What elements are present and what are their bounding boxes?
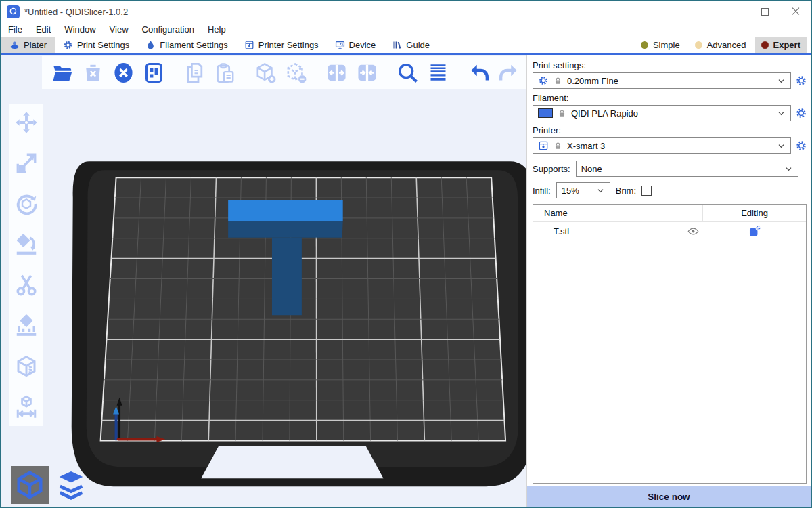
infill-value: 15%: [562, 186, 579, 196]
print-settings-label: Print settings:: [533, 60, 808, 70]
device-icon: [335, 40, 345, 50]
close-icon: [792, 7, 800, 16]
filament-gear-button[interactable]: [794, 106, 808, 120]
supports-label: Supports:: [533, 164, 570, 174]
search-icon[interactable]: [395, 60, 420, 85]
filament-icon: [145, 40, 156, 50]
preview-view-button[interactable]: [52, 466, 90, 504]
model-t-stem-front-face: [272, 238, 302, 315]
delete-icon[interactable]: [81, 60, 105, 85]
chevron-down-icon: [777, 109, 786, 118]
tab-bar: Plater Print Settings Filament Settings …: [1, 37, 811, 55]
maximize-button[interactable]: [750, 1, 780, 22]
maximize-icon: [761, 8, 769, 16]
menu-edit[interactable]: Edit: [36, 24, 51, 35]
delete-all-icon[interactable]: [111, 60, 135, 85]
slice-now-button[interactable]: Slice now: [527, 486, 811, 507]
printer-combo[interactable]: X-smart 3: [533, 137, 791, 154]
tab-printer-settings[interactable]: Printer Settings: [236, 37, 327, 53]
variable-layer-height-icon[interactable]: [426, 60, 450, 85]
object-list-header: Name Editing: [533, 205, 806, 222]
filament-label: Filament:: [533, 93, 808, 103]
object-row-tstl[interactable]: T.stl: [533, 222, 806, 240]
left-toolbar: [9, 104, 43, 426]
paint-supports-icon[interactable]: [14, 314, 39, 338]
supports-select[interactable]: None: [576, 161, 798, 177]
copy-icon[interactable]: [182, 60, 206, 85]
expert-dot-icon: [761, 41, 769, 49]
infill-label: Infill:: [533, 186, 551, 196]
brim-checkbox[interactable]: [641, 186, 652, 196]
tab-filament-settings[interactable]: Filament Settings: [137, 37, 235, 53]
chevron-down-icon: [777, 142, 786, 150]
edit-object-icon[interactable]: [748, 225, 761, 238]
lock-icon: [554, 77, 562, 85]
tab-guide[interactable]: Guide: [384, 37, 438, 53]
menu-window[interactable]: Window: [64, 24, 95, 35]
model-t-top-face: [228, 200, 343, 221]
gear-icon: [538, 75, 549, 86]
mode-expert[interactable]: Expert: [755, 37, 807, 53]
print-settings-gear-button[interactable]: [794, 74, 808, 87]
cube-view-icon: [14, 469, 45, 501]
advanced-dot-icon: [695, 41, 702, 49]
paste-icon[interactable]: [212, 60, 237, 85]
tab-device[interactable]: Device: [327, 37, 384, 53]
brim-label: Brim:: [616, 186, 636, 196]
redo-icon[interactable]: [497, 60, 521, 85]
tab-print-settings[interactable]: Print Settings: [55, 37, 137, 53]
move-icon[interactable]: [14, 110, 39, 135]
object-name: T.stl: [533, 226, 683, 236]
scale-icon[interactable]: [14, 151, 39, 175]
column-visibility: [683, 205, 703, 221]
layers-view-icon: [55, 469, 87, 501]
gear-icon: [795, 75, 807, 87]
print-settings-value: 0.20mm Fine: [567, 76, 618, 86]
supports-value: None: [581, 164, 602, 174]
menu-view[interactable]: View: [110, 24, 129, 35]
build-plate-scene: [1, 55, 526, 507]
gear-icon: [795, 107, 807, 119]
menu-bar: File Edit Window View Configuration Help: [1, 22, 811, 37]
menu-configuration[interactable]: Configuration: [142, 24, 194, 35]
printer-gear-button[interactable]: [794, 139, 808, 152]
undo-icon[interactable]: [466, 60, 491, 85]
arrange-icon[interactable]: [141, 60, 166, 85]
infill-select[interactable]: 15%: [556, 182, 610, 198]
filament-combo[interactable]: QIDI PLA Rapido: [533, 105, 791, 121]
close-button[interactable]: [780, 1, 811, 22]
print-settings-combo[interactable]: 0.20mm Fine: [533, 72, 791, 89]
menu-help[interactable]: Help: [208, 24, 226, 35]
column-editing: Editing: [703, 208, 806, 218]
top-toolbar: [42, 56, 526, 89]
split-objects-icon[interactable]: [324, 60, 348, 85]
eye-icon[interactable]: [687, 226, 699, 237]
add-instance-icon[interactable]: [253, 60, 277, 85]
place-on-face-icon[interactable]: [14, 232, 39, 257]
menu-file[interactable]: File: [8, 24, 22, 35]
title-bar: *Untitled - QIDISlicer-1.0.2: [1, 1, 811, 22]
gear-icon: [63, 40, 73, 50]
open-folder-icon[interactable]: [50, 60, 74, 85]
printer-icon: [244, 40, 254, 50]
mode-simple[interactable]: Simple: [635, 37, 686, 53]
mode-advanced[interactable]: Advanced: [689, 37, 752, 53]
chevron-down-icon: [784, 165, 793, 173]
remove-instance-icon[interactable]: [284, 60, 308, 85]
plater-icon: [9, 40, 20, 50]
printer-label: Printer:: [533, 125, 808, 135]
model-t-bar-front-face: [228, 221, 343, 238]
simple-dot-icon: [641, 41, 648, 49]
3d-editor-view-button[interactable]: [11, 466, 49, 504]
viewport-3d[interactable]: [1, 55, 526, 507]
measure-icon[interactable]: [14, 395, 39, 419]
column-name: Name: [533, 208, 683, 218]
filament-color-swatch: [538, 108, 553, 118]
minimize-icon: [731, 12, 738, 12]
split-parts-icon[interactable]: [355, 60, 379, 85]
rotate-icon[interactable]: [14, 192, 39, 216]
minimize-button[interactable]: [719, 1, 750, 22]
seam-icon[interactable]: [14, 354, 39, 379]
tab-plater[interactable]: Plater: [1, 37, 55, 53]
cut-icon[interactable]: [14, 273, 39, 297]
